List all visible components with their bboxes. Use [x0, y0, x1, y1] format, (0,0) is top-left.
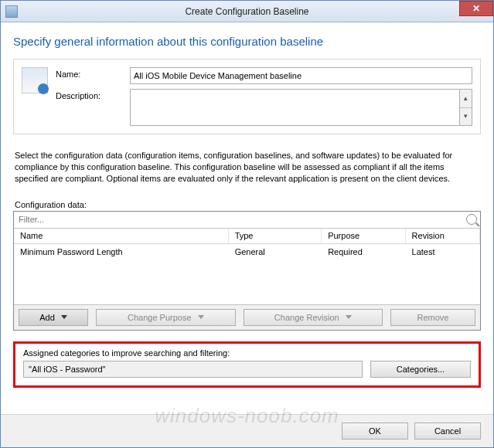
cancel-label: Cancel — [434, 426, 461, 436]
change-revision-label: Change Revision — [274, 313, 339, 322]
categories-label: Assigned categories to improve searching… — [23, 348, 471, 358]
chevron-down-icon — [198, 315, 204, 319]
close-icon: ✕ — [472, 3, 480, 14]
config-table: Name Type Purpose Revision Minimum Passw… — [14, 229, 480, 260]
description-label: Description: — [56, 89, 125, 100]
change-purpose-button[interactable]: Change Purpose — [96, 309, 236, 326]
filter-row — [14, 212, 480, 229]
grid-empty-area — [14, 260, 480, 304]
add-button-label: Add — [39, 313, 55, 322]
remove-label: Remove — [417, 313, 449, 322]
col-type[interactable]: Type — [228, 229, 322, 244]
change-purpose-label: Change Purpose — [128, 313, 192, 322]
dialog-window: Create Configuration Baseline ✕ Specify … — [0, 0, 494, 448]
instruction-text: Select the configuration data (configura… — [15, 150, 479, 185]
cell-purpose: Required — [322, 244, 405, 260]
description-textarea[interactable] — [130, 89, 460, 126]
scroll-up-icon[interactable]: ▲ — [460, 90, 472, 108]
cancel-button[interactable]: Cancel — [414, 423, 481, 440]
change-revision-button[interactable]: Change Revision — [244, 309, 383, 326]
ok-button[interactable]: OK — [342, 423, 408, 440]
config-data-label: Configuration data: — [15, 200, 481, 209]
config-data-grid: Name Type Purpose Revision Minimum Passw… — [13, 211, 481, 331]
cell-type: General — [228, 244, 322, 260]
chevron-down-icon — [61, 315, 67, 319]
filter-input[interactable] — [17, 214, 466, 225]
grid-button-bar: Add Change Purpose Change Revision Remov… — [14, 304, 480, 330]
chevron-down-icon — [346, 315, 352, 319]
name-input[interactable] — [130, 67, 472, 84]
categories-value: "All iOS - Password" — [23, 361, 363, 378]
categories-button[interactable]: Categories... — [370, 361, 471, 378]
categories-section: Assigned categories to improve searching… — [13, 341, 481, 388]
titlebar: Create Configuration Baseline ✕ — [1, 1, 493, 22]
baseline-icon — [22, 67, 48, 93]
content-area: Specify general information about this c… — [1, 22, 493, 414]
general-info-group: Name: Description: ▲ ▼ — [13, 59, 481, 134]
name-label: Name: — [56, 67, 125, 79]
page-heading: Specify general information about this c… — [13, 35, 481, 48]
cell-revision: Latest — [405, 244, 479, 260]
col-revision[interactable]: Revision — [405, 229, 479, 244]
col-name[interactable]: Name — [14, 229, 228, 244]
dialog-footer: OK Cancel — [1, 414, 493, 447]
window-title: Create Configuration Baseline — [1, 6, 493, 17]
scroll-down-icon[interactable]: ▼ — [460, 108, 472, 126]
description-scroll[interactable]: ▲ ▼ — [460, 89, 472, 126]
cell-name: Minimum Password Length — [14, 244, 228, 260]
add-button[interactable]: Add — [19, 309, 88, 326]
ok-label: OK — [369, 426, 381, 436]
col-purpose[interactable]: Purpose — [322, 229, 405, 244]
remove-button[interactable]: Remove — [390, 309, 475, 326]
categories-button-label: Categories... — [397, 365, 445, 374]
search-icon — [466, 214, 477, 225]
close-button[interactable]: ✕ — [459, 1, 493, 16]
table-row[interactable]: Minimum Password Length General Required… — [14, 244, 480, 260]
